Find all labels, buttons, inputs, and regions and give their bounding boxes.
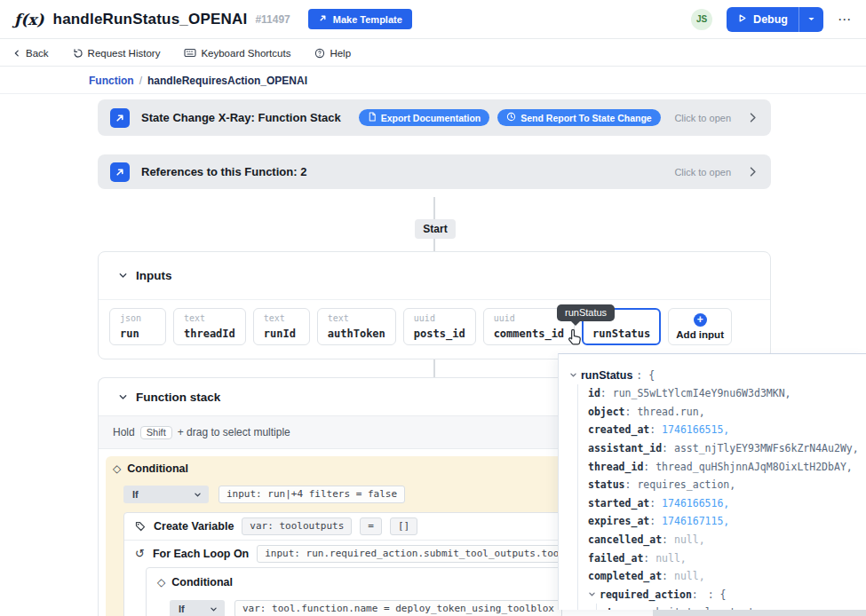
json-entry: statusrequires_action,	[588, 476, 859, 494]
flow-connector-line	[433, 197, 435, 220]
breadcrumb-parent-link[interactable]: Function	[89, 75, 134, 87]
if-expression-chip[interactable]: input: run|+4 filters = false	[218, 486, 405, 503]
chevron-left-icon	[12, 49, 21, 58]
secondary-toolbar: Back Request History Keyboard Shortcuts …	[0, 40, 866, 67]
input-chip-authtoken[interactable]: text authToken	[317, 308, 396, 345]
json-entry-clipped: typesubmit_tool_outputs	[607, 604, 859, 610]
keyboard-shortcuts-button[interactable]: Keyboard Shortcuts	[184, 48, 290, 59]
json-level-2: typesubmit_tool_outputs	[596, 604, 859, 610]
json-entry: cancelled_atnull,	[588, 531, 859, 549]
inputs-section-header[interactable]: Inputs	[99, 252, 770, 300]
flow-connector-line	[433, 359, 435, 377]
references-panel[interactable]: References to this Function: 2 Click to …	[98, 154, 771, 189]
json-entry: assistant_idasst_njTlyEY93MWFs6kZrN4Au2W…	[588, 439, 859, 458]
clock-icon	[506, 112, 516, 123]
app-screen: ƒ(x) handleRunStatus_OPENAI #11497 Make …	[0, 0, 866, 616]
xray-panel-icon	[110, 108, 130, 128]
back-button[interactable]: Back	[12, 48, 49, 59]
runstatus-tooltip: runStatus	[557, 304, 615, 321]
play-icon	[737, 13, 747, 26]
references-panel-icon	[110, 162, 130, 182]
diagonal-arrow-icon	[115, 167, 125, 178]
caret-down-icon	[807, 15, 815, 23]
input-chip-runid[interactable]: text runId	[253, 308, 310, 345]
operator-chip[interactable]: =	[360, 517, 382, 535]
hint-text: + drag to select multiple	[178, 426, 290, 438]
json-entry: thread_idthread_quHShjnnAJqM8OixLtH2DbAY…	[588, 457, 859, 476]
debug-run-segment[interactable]: Debug	[727, 7, 798, 32]
chevron-down-icon	[118, 392, 128, 402]
json-tree: runStatus: { idrun_S5wLtYlcmI4eY9nu6W3d3…	[569, 366, 859, 610]
hint-text: Hold	[113, 426, 135, 438]
page-title: handleRunStatus_OPENAI	[53, 11, 248, 28]
xray-panel-title: State Change X-Ray: Function Stack	[141, 111, 341, 124]
function-logo-icon: ƒ(x)	[14, 11, 44, 28]
value-chip[interactable]: []	[390, 517, 417, 535]
user-avatar[interactable]: JS	[691, 9, 712, 30]
input-chip-threadid[interactable]: text threadId	[173, 308, 246, 345]
references-panel-title: References to this Function: 2	[141, 165, 306, 178]
click-to-open-hint: Click to open	[674, 113, 731, 123]
create-variable-label: Create Variable	[154, 520, 234, 533]
shift-keycap: Shift	[140, 426, 172, 439]
top-header-bar: ƒ(x) handleRunStatus_OPENAI #11497 Make …	[0, 0, 866, 39]
loop-icon: ↺	[135, 547, 145, 560]
foreach-label: For Each Loop On	[153, 548, 249, 560]
json-nested-object-line[interactable]: required_action: {	[588, 586, 859, 604]
inputs-section: Inputs json run text threadId text runId…	[98, 251, 771, 359]
xray-panel[interactable]: State Change X-Ray: Function Stack Expor…	[98, 99, 771, 136]
request-history-button[interactable]: Request History	[73, 48, 161, 59]
breadcrumb-current: handleRequiresAction_OPENAI	[147, 75, 307, 87]
json-entry: completed_atnull,	[588, 567, 859, 586]
diagonal-arrow-icon	[115, 113, 125, 123]
input-chip-posts-id[interactable]: uuid posts_id	[403, 308, 476, 345]
diagonal-arrow-icon	[318, 13, 328, 25]
input-chips-row: json run text threadId text runId text a…	[99, 300, 770, 353]
runstatus-inspector-popup: runStatus: { idrun_S5wLtYlcmI4eY9nu6W3d3…	[558, 353, 866, 610]
debug-dropdown-caret[interactable]	[798, 7, 823, 32]
breadcrumb-separator: /	[139, 75, 142, 87]
variable-name-chip[interactable]: var: tooloutputs	[242, 517, 352, 535]
foreach-input-chip[interactable]: input: run.required_action.submit_tool_o…	[257, 545, 608, 563]
diamond-icon: ◇	[157, 576, 165, 588]
more-options-button[interactable]: ⋯	[838, 12, 852, 28]
json-level-1: idrun_S5wLtYlcmI4eY9nu6W3d3MKN, objectth…	[577, 384, 859, 610]
json-entry: started_at1746166516,	[588, 494, 859, 513]
json-entry: created_at1746166515,	[588, 421, 859, 439]
inputs-section-title: Inputs	[136, 269, 172, 282]
tag-icon	[135, 521, 146, 532]
export-documentation-button[interactable]: Export Documentation	[359, 109, 490, 126]
chevron-right-icon	[747, 112, 759, 123]
diamond-icon: ◇	[113, 462, 121, 475]
start-node: Start	[415, 219, 456, 239]
chevron-right-icon	[747, 166, 759, 178]
popup-horizontal-scrollbar[interactable]	[653, 610, 866, 616]
history-icon	[73, 48, 83, 59]
flow-connector-line	[433, 239, 435, 251]
send-report-button[interactable]: Send Report To State Change	[497, 109, 660, 126]
document-icon	[368, 112, 377, 123]
make-template-button[interactable]: Make Template	[308, 9, 412, 29]
nested-if-expression-chip[interactable]: var: tool.function.name = deploy_token_u…	[234, 600, 562, 616]
input-chip-run[interactable]: json run	[109, 308, 166, 345]
function-id-badge: #11497	[255, 13, 290, 26]
plus-icon: +	[694, 313, 707, 327]
json-entry: failed_atnull,	[588, 549, 859, 567]
keyboard-icon	[184, 48, 196, 58]
help-icon	[314, 48, 325, 59]
debug-button[interactable]: Debug	[727, 7, 823, 32]
chevron-down-icon	[210, 605, 218, 613]
if-operator-select[interactable]: If	[123, 486, 209, 503]
add-input-button[interactable]: + Add input	[668, 308, 732, 345]
chevron-down-icon	[194, 491, 202, 499]
chevron-down-icon	[588, 590, 596, 598]
function-stack-title: Function stack	[136, 391, 220, 404]
click-to-open-hint: Click to open	[674, 167, 731, 178]
help-button[interactable]: Help	[314, 48, 351, 59]
chevron-down-icon	[569, 371, 577, 379]
nested-if-operator-select[interactable]: If	[170, 600, 225, 616]
json-entry: idrun_S5wLtYlcmI4eY9nu6W3d3MKN,	[588, 384, 859, 403]
json-root-line[interactable]: runStatus: {	[569, 366, 859, 384]
json-entry: expires_at1746167115,	[588, 512, 859, 531]
json-entry: objectthread.run,	[588, 403, 859, 422]
